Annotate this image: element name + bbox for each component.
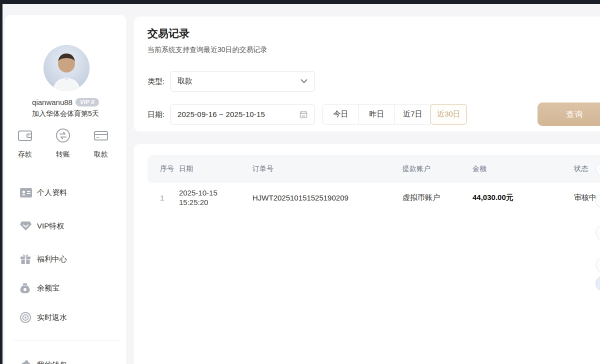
preset-30days-button[interactable]: 近30日 (430, 104, 467, 124)
sidebar-item-rebate[interactable]: 实时返水 (4, 310, 126, 326)
cell-account: 虚拟币账户 (402, 193, 472, 202)
id-card-icon (20, 186, 33, 198)
preset-7days-button[interactable]: 近7日 (394, 104, 431, 124)
sidebar-item-vip[interactable]: VIP特权 (4, 218, 126, 234)
query-button[interactable]: 查询 (538, 102, 600, 126)
window-top-frame (0, 0, 600, 4)
type-select[interactable]: 取款 (170, 71, 315, 92)
sidebar-item-label: 我的钱包 (37, 360, 67, 364)
page-title: 交易记录 (148, 26, 190, 40)
sidebar-item-profile[interactable]: 个人资料 (4, 184, 126, 200)
sidebar-item-benefits[interactable]: 福利中心 (4, 251, 126, 267)
chevron-down-icon (300, 79, 308, 84)
sidebar: qianwanu88 VIP 0 加入华体会体育第5天 存款 (4, 15, 126, 364)
column-header-account: 提款账户 (402, 164, 472, 174)
coin-icon (20, 312, 33, 324)
column-header-index: 序号 (160, 164, 179, 174)
quick-action-label: 存款 (5, 150, 45, 159)
transactions-table-card: 序号 日期 订单号 提款账户 金额 状态 1 2025-10-15 15:25:… (134, 144, 600, 364)
date-range-input[interactable]: 2025-09-16 ~ 2025-10-15 (170, 104, 315, 124)
sidebar-divider (13, 340, 120, 340)
avatar[interactable] (44, 45, 90, 91)
sidebar-item-label: 个人资料 (37, 188, 67, 198)
username: qianwanu88 (32, 98, 72, 106)
gift-icon (20, 253, 33, 265)
quick-action-deposit[interactable]: 存款 (5, 127, 45, 159)
column-header-date: 日期 (179, 164, 252, 174)
page-subtitle: 当前系统支持查询最近30日的交易记录 (148, 46, 268, 54)
filter-card: 交易记录 当前系统支持查询最近30日的交易记录 类型: 取款 日期: 2025-… (134, 16, 600, 132)
cell-date: 2025-10-15 15:25:20 (179, 188, 252, 207)
table-header-row: 序号 日期 订单号 提款账户 金额 状态 (148, 155, 600, 183)
quick-action-withdraw[interactable]: 取款 (81, 127, 121, 159)
cell-date-line2: 15:25:20 (179, 198, 208, 206)
join-days-text: 加入华体会体育第5天 (4, 110, 126, 118)
type-select-value: 取款 (178, 76, 300, 86)
column-header-amount: 金额 (472, 164, 574, 174)
sidebar-item-yuebao[interactable]: 余额宝 (4, 280, 126, 296)
transfer-icon (54, 127, 72, 144)
calendar-icon (300, 110, 308, 118)
preset-yesterday-button[interactable]: 昨日 (358, 104, 395, 124)
date-range-presets: 今日 昨日 近7日 近30日 (322, 104, 467, 124)
cell-index: 1 (160, 194, 179, 202)
cell-date-line1: 2025-10-15 (179, 188, 218, 197)
quick-action-label: 转账 (43, 150, 83, 159)
window-left-frame (0, 0, 2, 364)
sidebar-item-label: 实时返水 (37, 313, 67, 322)
preset-today-button[interactable]: 今日 (322, 104, 359, 124)
sidebar-item-label: VIP特权 (37, 222, 64, 231)
column-header-order: 订单号 (252, 164, 402, 174)
vip-gem-icon (20, 220, 33, 232)
table-row: 1 2025-10-15 15:25:20 HJWT20251015152519… (148, 183, 600, 212)
page: qianwanu88 VIP 0 加入华体会体育第5天 存款 (0, 0, 600, 364)
type-filter-label: 类型: (148, 77, 164, 86)
date-range-value: 2025-09-16 ~ 2025-10-15 (178, 110, 300, 118)
sidebar-item-label: 福利中心 (37, 254, 67, 264)
wallet-icon (16, 127, 34, 144)
quick-action-label: 取款 (81, 150, 121, 159)
sidebar-item-my-wallet[interactable]: 我的钱包 (4, 357, 126, 364)
money-pouch-icon (20, 282, 33, 294)
date-filter-label: 日期: (148, 110, 164, 120)
quick-action-transfer[interactable]: 转账 (43, 127, 83, 159)
vip-badge: VIP 0 (76, 98, 99, 106)
avatar-image (44, 45, 90, 91)
sidebar-item-label: 余额宝 (37, 284, 60, 293)
cell-amount: 44,030.00元 (472, 193, 574, 202)
piggy-bank-icon (20, 359, 33, 364)
bank-card-icon (92, 127, 110, 144)
user-row: qianwanu88 VIP 0 (4, 96, 126, 108)
cell-order-no: HJWT202510151525190209 (252, 194, 402, 202)
